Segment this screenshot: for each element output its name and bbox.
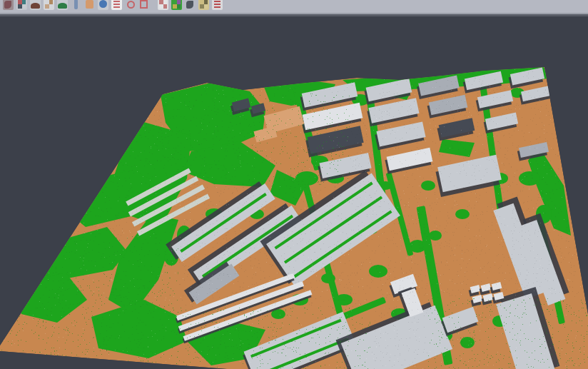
viewport-3d[interactable] xyxy=(0,16,588,369)
pick-point-icon[interactable] xyxy=(16,0,27,10)
point-cloud-render xyxy=(0,16,588,369)
classification-colors-icon[interactable] xyxy=(171,0,182,10)
application-window xyxy=(0,0,588,369)
terrain-brown-icon[interactable] xyxy=(30,0,41,10)
open-cloud-icon[interactable] xyxy=(3,0,14,10)
camera-capture-icon[interactable] xyxy=(185,0,196,10)
red-bars-tool-icon[interactable] xyxy=(212,0,223,10)
toolbar xyxy=(0,0,588,13)
crate-box-icon[interactable] xyxy=(198,0,209,10)
point-cloud-dots-icon[interactable] xyxy=(44,0,54,10)
ring-target-icon[interactable] xyxy=(125,0,136,10)
terrain-green-icon[interactable] xyxy=(57,0,68,10)
level-tool-icon[interactable] xyxy=(71,0,81,10)
scalar-field-list-icon[interactable] xyxy=(111,0,122,10)
bounding-box-icon[interactable] xyxy=(84,0,95,10)
checker-filter-icon[interactable] xyxy=(158,0,168,10)
globe-orientation-icon[interactable] xyxy=(98,0,108,10)
fit-selection-brackets-icon[interactable] xyxy=(138,0,149,10)
